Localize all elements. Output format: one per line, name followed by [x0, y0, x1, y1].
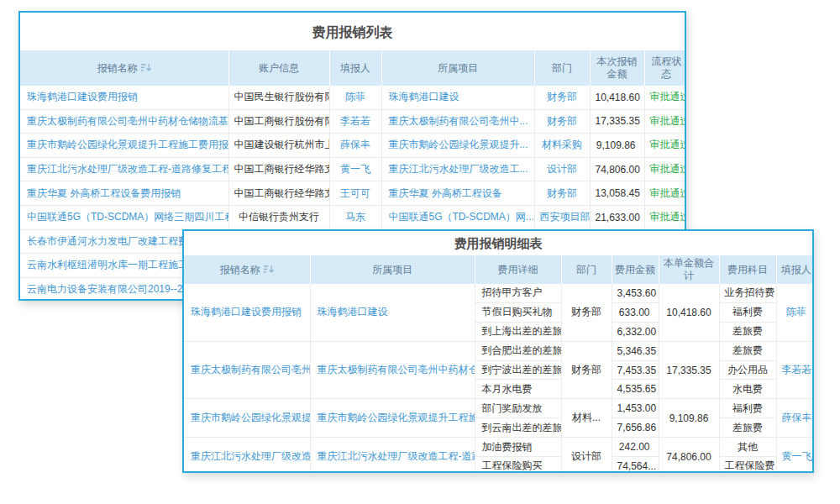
- cell-report-name[interactable]: 重庆市鹅岭公园绿化景观提升工程施工费用报销: [20, 134, 228, 158]
- cell-project[interactable]: 重庆市鹅岭公园绿化景观提升...: [381, 134, 534, 158]
- cell-reporter[interactable]: 黄一飞: [329, 157, 381, 181]
- cell-dept: 材料...: [561, 399, 612, 438]
- cell-category: 业务招待费: [719, 284, 776, 302]
- cell-amount: 5,346.35: [612, 341, 659, 360]
- cell-reporter[interactable]: 王可可: [329, 181, 381, 206]
- cell-expense-detail: 节假日购买礼物: [475, 302, 561, 322]
- cell-category: 福利费: [719, 399, 776, 418]
- cell-reporter[interactable]: 李若若: [776, 341, 814, 399]
- cell-status: 审批通过: [644, 205, 686, 229]
- cell-status: 审批通过: [644, 157, 686, 181]
- cell-dept[interactable]: 财务部: [534, 86, 590, 109]
- list-row: 重庆江北污水处理厂级改造工程-道路修复工程费用... 中国工商银行经华路支行 黄…: [20, 157, 686, 181]
- list-row: 重庆市鹅岭公园绿化景观提升工程施工费用报销 中国建设银行杭州市上... 薛保丰 …: [20, 134, 686, 158]
- cell-report-name[interactable]: 重庆华夏 外高桥工程设备费用报销: [20, 181, 228, 206]
- cell-project[interactable]: 重庆华夏 外高桥工程设备: [381, 181, 534, 206]
- detail-header-row: 报销名称 所属项目 费用详细 部门 费用金额 本单金额合计 费用科目 填报人: [184, 255, 814, 284]
- cell-report-name[interactable]: 重庆太极制药有限公司亳州中药材: [184, 341, 310, 399]
- detail-col-reporter: 填报人: [776, 255, 814, 284]
- cell-total: 10,418.60: [659, 284, 719, 341]
- cell-report-name[interactable]: 重庆市鹅岭公园绿化景观提升工程: [184, 399, 310, 438]
- cell-report-name[interactable]: 珠海鹤港口建设费用报销: [20, 86, 228, 109]
- detail-col-project: 所属项目: [310, 255, 475, 284]
- sort-descending-icon[interactable]: [264, 265, 274, 274]
- sort-descending-icon[interactable]: [141, 63, 151, 72]
- cell-report-name[interactable]: 重庆江北污水处理厂级改造工程-: [184, 438, 310, 473]
- cell-expense-detail: 招待甲方客户: [475, 284, 561, 302]
- cell-project[interactable]: 中国联通5G（TD-SCDMA）网...: [381, 205, 534, 229]
- cell-account: 中信银行贵州支行: [228, 205, 329, 229]
- cell-project[interactable]: 重庆江北污水处理厂级改造工...: [381, 157, 534, 181]
- list-row: 重庆华夏 外高桥工程设备费用报销 中国工商银行经华路支行 王可可 重庆华夏 外高…: [20, 181, 686, 206]
- cell-dept[interactable]: 设计部: [534, 157, 590, 181]
- cell-category: 差旅费: [719, 341, 776, 360]
- list-col-account: 账户信息: [228, 50, 329, 86]
- cell-amount: 1,453.00: [612, 399, 659, 418]
- cell-account: 中国民生银行股份有限...: [228, 86, 329, 109]
- cell-project[interactable]: 重庆太极制药有限公司亳州中药材仓储物流: [310, 341, 475, 399]
- cell-project[interactable]: 重庆市鹅岭公园绿化景观提升工程施工: [310, 399, 475, 438]
- cell-expense-detail: 加油费报销: [475, 438, 561, 457]
- cell-dept[interactable]: 西安项目部: [534, 205, 590, 229]
- cell-amount: 10,418.60: [590, 86, 644, 109]
- cell-reporter[interactable]: 陈菲: [776, 284, 814, 341]
- detail-col-total: 本单金额合计: [659, 255, 719, 284]
- list-col-status: 流程状态: [644, 50, 686, 86]
- cell-expense-detail: 到上海出差的差旅费: [475, 322, 561, 341]
- detail-col-amount: 费用金额: [612, 255, 659, 284]
- cell-project[interactable]: 重庆江北污水处理厂级改造工程-道路修复工: [310, 438, 475, 473]
- list-row: 珠海鹤港口建设费用报销 中国民生银行股份有限... 陈菲 珠海鹤港口建设 财务部…: [20, 86, 686, 109]
- list-col-report-name[interactable]: 报销名称: [20, 50, 228, 86]
- detail-row: 重庆市鹅岭公园绿化景观提升工程重庆市鹅岭公园绿化景观提升工程施工部门奖励发放材料…: [184, 399, 814, 418]
- cell-reporter[interactable]: 李若若: [329, 109, 381, 134]
- cell-category: 办公用品: [719, 360, 776, 380]
- detail-row: 重庆太极制药有限公司亳州中药材重庆太极制药有限公司亳州中药材仓储物流到合肥出差的…: [184, 341, 814, 360]
- cell-report-name[interactable]: 重庆江北污水处理厂级改造工程-道路修复工程费用...: [20, 157, 228, 181]
- cell-status: 审批通过: [644, 109, 686, 134]
- cell-dept: 设计部: [561, 438, 612, 473]
- list-col-amount: 本次报销金额: [590, 50, 644, 86]
- cell-expense-detail: 到云南出差的差旅费: [475, 418, 561, 438]
- cell-dept[interactable]: 材料采购: [534, 134, 590, 158]
- cell-category: 其他: [719, 438, 776, 457]
- cell-category: 工程保险费: [719, 457, 776, 473]
- cell-account: 中国工商银行经华路支行: [228, 157, 329, 181]
- list-row: 重庆太极制药有限公司亳州中药材仓储物流基地项... 中国工商银行股份有限... …: [20, 109, 686, 134]
- cell-reporter[interactable]: 黄一飞: [776, 438, 814, 473]
- cell-reporter[interactable]: 薛保丰: [329, 134, 381, 158]
- detail-col-expense-detail: 费用详细: [475, 255, 561, 284]
- cell-total: 17,335.35: [659, 341, 719, 399]
- list-col-report-name-label: 报销名称: [97, 62, 138, 74]
- detail-row: 珠海鹤港口建设费用报销珠海鹤港口建设招待甲方客户财务部3,453.6010,41…: [184, 284, 814, 302]
- cell-project[interactable]: 重庆太极制药有限公司亳州中...: [381, 109, 534, 134]
- detail-col-report-name[interactable]: 报销名称: [184, 255, 310, 284]
- cell-expense-detail: 到宁波出差的差旅费: [475, 360, 561, 380]
- cell-amount: 74,806.00: [590, 157, 644, 181]
- cell-reporter[interactable]: 陈菲: [329, 86, 381, 109]
- cell-category: 水电费: [719, 380, 776, 399]
- cell-report-name[interactable]: 珠海鹤港口建设费用报销: [184, 284, 310, 341]
- cell-status: 审批通过: [644, 134, 686, 158]
- cell-report-name[interactable]: 中国联通5G（TD-SCDMA）网络三期四川工程费...: [20, 205, 228, 229]
- cell-reporter[interactable]: 薛保丰: [776, 399, 814, 438]
- cell-dept[interactable]: 财务部: [534, 181, 590, 206]
- expense-detail-grid: 报销名称 所属项目 费用详细 部门 费用金额 本单金额合计 费用科目 填报人 珠…: [184, 255, 814, 473]
- cell-amount: 7,453.35: [612, 360, 659, 380]
- cell-report-name[interactable]: 重庆太极制药有限公司亳州中药材仓储物流基地项...: [20, 109, 228, 134]
- cell-amount: 4,535.65: [612, 380, 659, 399]
- cell-total: 9,109.86: [659, 399, 719, 438]
- cell-category: 差旅费: [719, 322, 776, 341]
- cell-status: 审批通过: [644, 86, 686, 109]
- cell-amount: 6,332.00: [612, 322, 659, 341]
- detail-col-dept: 部门: [561, 255, 612, 284]
- cell-project[interactable]: 珠海鹤港口建设: [381, 86, 534, 109]
- cell-reporter[interactable]: 马东: [329, 205, 381, 229]
- expense-detail-title: 费用报销明细表: [184, 231, 812, 255]
- cell-dept[interactable]: 财务部: [534, 109, 590, 134]
- cell-amount: 9,109.86: [590, 134, 644, 158]
- list-row: 中国联通5G（TD-SCDMA）网络三期四川工程费... 中信银行贵州支行 马东…: [20, 205, 686, 229]
- cell-project[interactable]: 珠海鹤港口建设: [310, 284, 475, 341]
- list-col-project: 所属项目: [381, 50, 534, 86]
- cell-status: 审批通过: [644, 181, 686, 206]
- cell-expense-detail: 到合肥出差的差旅费: [475, 341, 561, 360]
